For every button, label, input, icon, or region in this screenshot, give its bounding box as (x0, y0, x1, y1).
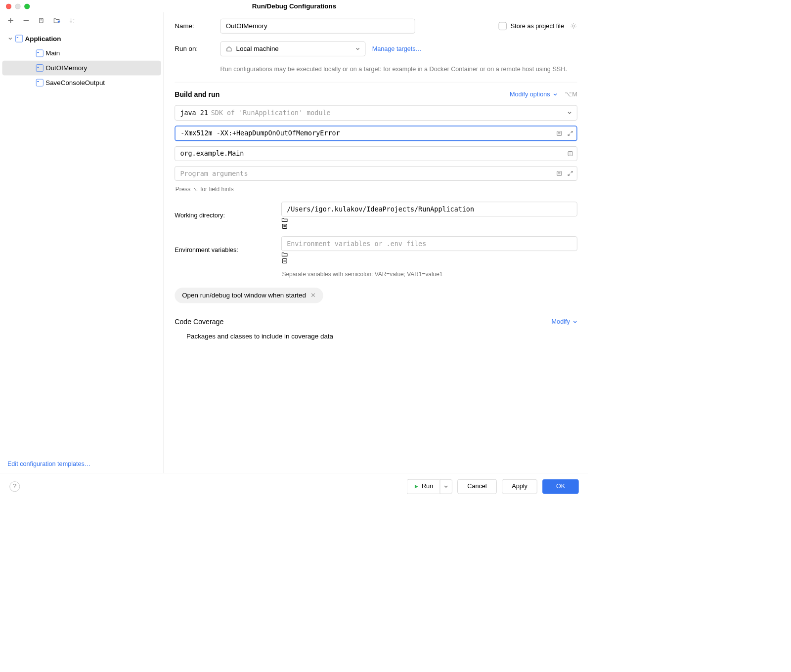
edit-templates-link[interactable]: Edit configuration templates… (7, 461, 91, 467)
run-on-select[interactable]: Local machine (220, 42, 366, 56)
svg-rect-17 (568, 151, 572, 156)
name-label: Name: (175, 22, 214, 30)
svg-rect-3 (40, 18, 43, 23)
tree-item-main[interactable]: Main (0, 46, 163, 61)
folder-icon[interactable] (281, 216, 577, 223)
chevron-down-icon (573, 320, 577, 324)
application-icon (15, 35, 23, 42)
store-project-label: Store as project file (511, 22, 564, 30)
chip-label: Open run/debug tool window when started (182, 292, 306, 299)
open-tool-window-chip[interactable]: Open run/debug tool window when started … (175, 288, 323, 303)
expand-history-icon[interactable] (556, 130, 563, 136)
main-class-input[interactable] (175, 146, 577, 161)
working-dir-input[interactable] (281, 202, 577, 216)
name-input[interactable] (220, 19, 415, 34)
svg-rect-20 (557, 171, 562, 175)
play-icon (414, 484, 419, 489)
build-run-title: Build and run (175, 90, 220, 98)
chevron-down-icon (568, 110, 572, 115)
env-input[interactable] (281, 236, 577, 251)
code-coverage-title: Code Coverage (175, 318, 223, 326)
sdk-value: java 21 (180, 109, 208, 117)
main-panel: Name: Store as project file Run on: Loca (164, 12, 588, 473)
copy-config-icon[interactable] (38, 16, 45, 24)
coverage-desc: Packages and classes to include in cover… (186, 333, 577, 340)
remove-config-icon[interactable] (22, 16, 30, 24)
window-title: Run/Debug Configurations (0, 2, 588, 10)
chevron-down-icon (8, 37, 13, 41)
add-config-icon[interactable] (6, 16, 14, 24)
svg-rect-25 (282, 224, 287, 228)
run-on-label: Run on: (175, 45, 214, 53)
coverage-modify-link[interactable]: Modify (552, 318, 570, 326)
sdk-select[interactable]: java 21 SDK of 'RunApplication' module (175, 105, 577, 120)
tree-group-label: Application (25, 35, 61, 42)
svg-rect-12 (557, 131, 562, 135)
tree-item-saveconsoleoutput[interactable]: SaveConsoleOutput (0, 75, 163, 90)
expand-history-icon[interactable] (567, 150, 573, 157)
svg-point-11 (572, 25, 574, 27)
working-dir-label: Working directory: (175, 212, 274, 219)
sdk-module: SDK of 'RunApplication' module (211, 109, 331, 117)
svg-rect-28 (282, 258, 287, 263)
env-label: Environment variables: (175, 247, 274, 254)
run-button[interactable]: Run (406, 479, 439, 494)
home-icon (226, 45, 232, 52)
expand-icon[interactable] (567, 130, 573, 136)
gear-icon[interactable] (570, 22, 577, 30)
save-template-icon[interactable] (53, 16, 61, 24)
tree-item-label: Main (45, 49, 60, 57)
application-icon (36, 79, 44, 86)
folder-icon[interactable] (281, 251, 577, 257)
program-args-input[interactable] (175, 166, 577, 181)
chevron-down-icon (355, 46, 360, 51)
store-project-checkbox[interactable] (499, 22, 507, 30)
modify-options-link[interactable]: Modify options (510, 90, 550, 98)
application-icon (36, 64, 44, 72)
expand-history-icon[interactable] (281, 257, 577, 264)
manage-targets-link[interactable]: Manage targets… (372, 45, 422, 52)
run-button-label: Run (422, 483, 433, 490)
application-icon (36, 49, 44, 57)
expand-history-icon[interactable] (556, 170, 563, 176)
expand-history-icon[interactable] (281, 223, 577, 229)
field-hint: Press ⌥ for field hints (176, 186, 577, 193)
tree-item-label: SaveConsoleOutput (45, 79, 105, 87)
ok-button[interactable]: OK (542, 479, 578, 494)
titlebar: Run/Debug Configurations (0, 0, 588, 12)
close-icon[interactable]: ✕ (310, 291, 316, 299)
cancel-button[interactable]: Cancel (457, 479, 497, 494)
env-help: Separate variables with semicolon: VAR=v… (282, 271, 577, 277)
tree-item-label: OutOfMemory (45, 64, 87, 72)
chevron-down-icon (553, 92, 557, 96)
tree-group-application[interactable]: Application (0, 31, 163, 46)
sort-icon: az (68, 16, 76, 24)
help-icon[interactable]: ? (9, 481, 20, 492)
apply-button[interactable]: Apply (502, 479, 537, 494)
modify-shortcut: ⌥M (565, 90, 577, 98)
tree-item-outofmemory[interactable]: OutOfMemory (2, 61, 161, 76)
svg-text:z: z (73, 21, 74, 24)
sidebar: az Application Main OutOfMemory (0, 12, 164, 473)
run-on-help: Run configurations may be executed local… (220, 64, 577, 74)
vm-options-input[interactable] (175, 126, 577, 141)
run-on-value: Local machine (236, 45, 278, 53)
expand-icon[interactable] (567, 170, 573, 176)
dialog-footer: ? Run Cancel Apply OK (0, 473, 588, 500)
svg-marker-31 (415, 485, 418, 488)
run-options-button[interactable] (440, 479, 452, 494)
